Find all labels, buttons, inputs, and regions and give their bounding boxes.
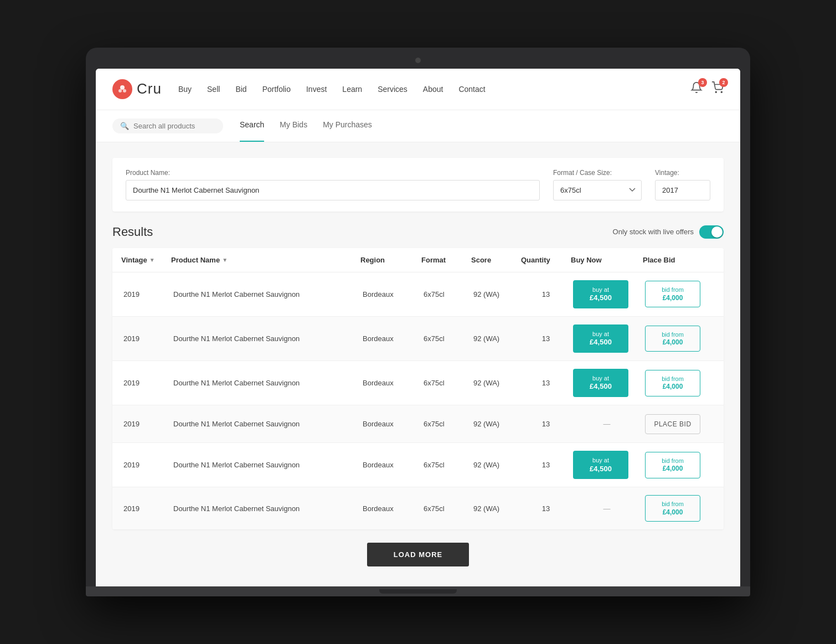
nav-item-bid[interactable]: Bid — [235, 85, 246, 94]
product-name-filter: Product Name: — [126, 169, 540, 200]
cell-format: 6x75cl — [421, 453, 471, 477]
vintage-filter: Vintage: — [655, 169, 710, 200]
cell-score: 92 (WA) — [471, 282, 521, 306]
buy-now-button[interactable]: buy at £4,500 — [573, 369, 628, 397]
cell-place-bid: PLACE BID — [643, 406, 715, 442]
col-vintage[interactable]: Vintage ▼ — [121, 256, 171, 264]
nav-icons: 3 2 — [690, 81, 724, 96]
vintage-sort-icon: ▼ — [149, 257, 155, 263]
cell-region: Bordeaux — [360, 282, 421, 306]
product-name-input[interactable] — [126, 180, 540, 200]
place-bid-button[interactable]: PLACE BID — [645, 414, 700, 434]
tab-my-bids[interactable]: My Bids — [280, 110, 307, 142]
sub-tabs: Search My Bids My Purchases — [240, 110, 372, 142]
table-row: 2019 Dourthe N1 Merlot Cabernet Sauvigno… — [112, 443, 724, 487]
bid-from-button[interactable]: bid from £4,000 — [645, 370, 700, 396]
cell-region: Bordeaux — [360, 497, 421, 521]
bid-from-button[interactable]: bid from £4,000 — [645, 281, 700, 307]
bid-from-button[interactable]: bid from £4,000 — [645, 495, 700, 522]
nav-item-learn[interactable]: Learn — [342, 85, 362, 94]
filter-row: Product Name: Format / Case Size: 6x75cl… — [112, 158, 724, 212]
vintage-input[interactable] — [655, 180, 710, 200]
search-box[interactable]: 🔍 — [112, 119, 223, 133]
cell-format: 6x75cl — [421, 497, 471, 521]
nav-item-buy[interactable]: Buy — [178, 85, 192, 94]
load-more-button[interactable]: LOAD MORE — [367, 543, 469, 566]
cell-vintage: 2019 — [121, 453, 171, 477]
nav-item-services[interactable]: Services — [378, 85, 407, 94]
search-input[interactable] — [133, 122, 215, 130]
bid-from-button[interactable]: bid from £4,000 — [645, 326, 700, 352]
cell-product-name: Dourthe N1 Merlot Cabernet Sauvignon — [171, 371, 360, 395]
product-sort-icon: ▼ — [222, 257, 228, 263]
nav-item-contact[interactable]: Contact — [458, 85, 485, 94]
buy-price: £4,500 — [581, 293, 621, 303]
cell-buy-now: buy at £4,500 — [571, 443, 643, 487]
cell-product-name: Dourthe N1 Merlot Cabernet Sauvignon — [171, 282, 360, 306]
format-select[interactable]: 6x75cl 12x75cl 3x75cl — [553, 180, 642, 200]
cell-quantity: 13 — [521, 453, 571, 477]
cell-product-name: Dourthe N1 Merlot Cabernet Sauvignon — [171, 412, 360, 436]
navbar: Cru Buy Sell Bid Portfolio Invest Learn … — [96, 69, 740, 110]
buy-now-button[interactable]: buy at £4,500 — [573, 280, 628, 308]
table-row: 2019 Dourthe N1 Merlot Cabernet Sauvigno… — [112, 272, 724, 317]
cell-region: Bordeaux — [360, 371, 421, 395]
cell-buy-now-dash: — — [571, 497, 643, 521]
col-region: Region — [360, 256, 421, 264]
col-format: Format — [421, 256, 471, 264]
cell-format: 6x75cl — [421, 371, 471, 395]
nav-item-invest[interactable]: Invest — [306, 85, 327, 94]
cell-place-bid: bid from £4,000 — [643, 362, 715, 404]
logo[interactable]: Cru — [112, 79, 162, 99]
nav-item-about[interactable]: About — [423, 85, 443, 94]
cell-buy-now-dash: — — [571, 412, 643, 436]
vintage-label: Vintage: — [655, 169, 710, 177]
cell-quantity: 13 — [521, 371, 571, 395]
cell-score: 92 (WA) — [471, 412, 521, 436]
nav-item-sell[interactable]: Sell — [207, 85, 220, 94]
tab-search[interactable]: Search — [240, 110, 264, 142]
cell-region: Bordeaux — [360, 327, 421, 351]
cell-vintage: 2019 — [121, 412, 171, 436]
bid-label: bid from — [652, 286, 693, 293]
cell-region: Bordeaux — [360, 412, 421, 436]
live-offers-switch[interactable] — [699, 225, 724, 239]
load-more-row: LOAD MORE — [112, 529, 724, 571]
format-label: Format / Case Size: — [553, 169, 642, 177]
cell-product-name: Dourthe N1 Merlot Cabernet Sauvignon — [171, 497, 360, 521]
search-icon: 🔍 — [120, 122, 129, 130]
cell-place-bid: bid from £4,000 — [643, 273, 715, 315]
cell-quantity: 13 — [521, 412, 571, 436]
cell-score: 92 (WA) — [471, 371, 521, 395]
svg-point-4 — [721, 92, 722, 93]
results-title: Results — [112, 225, 153, 239]
results-table: Vintage ▼ Product Name ▼ Region Format S… — [112, 248, 724, 530]
toggle-knob — [711, 226, 723, 238]
table-header: Vintage ▼ Product Name ▼ Region Format S… — [112, 248, 724, 272]
cell-buy-now: buy at £4,500 — [571, 272, 643, 316]
product-name-label: Product Name: — [126, 169, 540, 177]
bid-from-button[interactable]: bid from £4,000 — [645, 452, 700, 478]
nav-item-portfolio[interactable]: Portfolio — [262, 85, 291, 94]
cart-button[interactable]: 2 — [711, 81, 724, 96]
col-product-name[interactable]: Product Name ▼ — [171, 256, 360, 264]
table-row: 2019 Dourthe N1 Merlot Cabernet Sauvigno… — [112, 361, 724, 405]
cell-region: Bordeaux — [360, 453, 421, 477]
tab-my-purchases[interactable]: My Purchases — [323, 110, 372, 142]
table-row: 2019 Dourthe N1 Merlot Cabernet Sauvigno… — [112, 405, 724, 443]
laptop-screen: Cru Buy Sell Bid Portfolio Invest Learn … — [96, 69, 740, 587]
cell-product-name: Dourthe N1 Merlot Cabernet Sauvignon — [171, 327, 360, 351]
cell-vintage: 2019 — [121, 371, 171, 395]
col-buy-now: Buy Now — [571, 256, 643, 264]
laptop-camera — [415, 58, 421, 63]
cell-score: 92 (WA) — [471, 453, 521, 477]
cell-vintage: 2019 — [121, 327, 171, 351]
cell-product-name: Dourthe N1 Merlot Cabernet Sauvignon — [171, 453, 360, 477]
notification-button[interactable]: 3 — [690, 81, 703, 96]
cell-place-bid: bid from £4,000 — [643, 444, 715, 486]
bid-price: £4,000 — [652, 294, 693, 303]
cell-quantity: 13 — [521, 327, 571, 351]
buy-now-button[interactable]: buy at £4,500 — [573, 324, 628, 353]
cell-place-bid: bid from £4,000 — [643, 318, 715, 360]
buy-now-button[interactable]: buy at £4,500 — [573, 451, 628, 479]
